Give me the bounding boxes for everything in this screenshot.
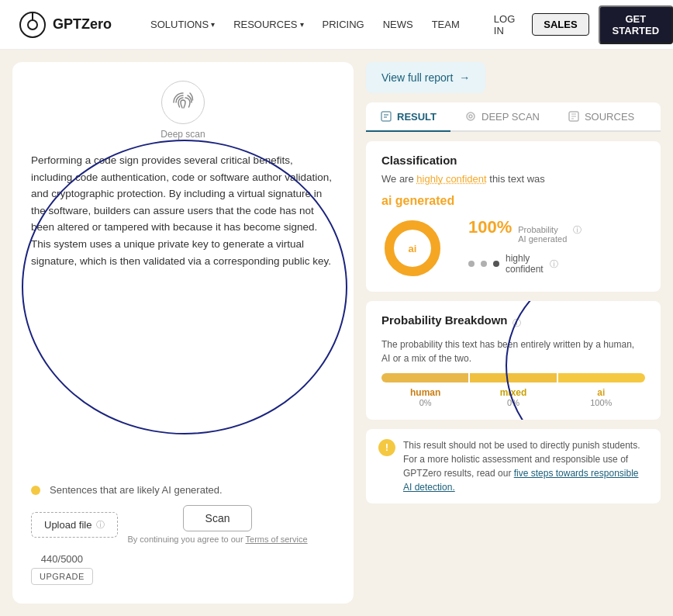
nav-news[interactable]: NEWS — [375, 12, 421, 36]
fingerprint-icon — [161, 81, 205, 124]
warning-row: ! This result should not be used to dire… — [366, 429, 661, 504]
ai-generated-label: ai generated — [381, 194, 645, 208]
warning-icon: ! — [378, 439, 395, 456]
deep-scan-tab-icon — [464, 110, 477, 123]
breakdown-bar — [381, 373, 645, 382]
nav-solutions[interactable]: SOLUTIONS ▾ — [143, 12, 223, 36]
svg-point-7 — [469, 115, 472, 118]
ai-dot — [31, 486, 40, 495]
chevron-down-icon: ▾ — [211, 20, 215, 29]
gptzero-logo-icon — [19, 11, 47, 39]
classification-card: Classification We are highly confident t… — [366, 141, 661, 292]
prob-label: Probability — [518, 225, 567, 234]
confidence-row: highlyconfident ⓘ — [468, 253, 582, 275]
bar-mixed — [470, 373, 557, 382]
warning-text: This result should not be used to direct… — [403, 438, 648, 494]
get-started-button[interactable]: GET STARTED — [599, 5, 673, 44]
log-in-link[interactable]: LOG IN — [486, 9, 523, 41]
ai-sentence-row: Sentences that are likely AI generated. — [31, 484, 335, 496]
bar-labels: human 0% mixed 0% ai 100% — [381, 387, 645, 407]
bar-label-ai: ai 100% — [557, 387, 645, 407]
breakdown-title: Probability Breakdown — [381, 313, 508, 327]
bar-label-human: human 0% — [381, 387, 469, 407]
body-text[interactable]: Performing a code sign provides several … — [31, 152, 335, 475]
dot2 — [481, 261, 487, 267]
right-panel: View full report → RESULT DEEP SCAN — [366, 62, 661, 604]
bar-ai — [558, 373, 645, 382]
char-count: 440/5000 — [41, 553, 83, 565]
deep-scan-area: Deep scan — [31, 81, 335, 140]
tab-result[interactable]: RESULT — [366, 102, 450, 132]
breakdown-description: The probability this text has been entir… — [381, 337, 645, 365]
bar-label-mixed: mixed 0% — [469, 387, 557, 407]
sales-button[interactable]: SALES — [532, 13, 588, 36]
nav-resources[interactable]: RESOURCES ▾ — [226, 12, 311, 36]
ai-sentence-label: Sentences that are likely AI generated. — [50, 484, 223, 496]
svg-point-1 — [28, 20, 37, 29]
dot3 — [493, 261, 499, 267]
bar-human — [381, 373, 468, 382]
bottom-actions: Upload file ⓘ Scan By continuing you agr… — [31, 505, 335, 585]
left-panel: Deep scan Performing a code sign provide… — [12, 62, 354, 604]
upload-file-button[interactable]: Upload file ⓘ — [31, 512, 118, 538]
confidence-info-icon[interactable]: ⓘ — [550, 258, 558, 270]
terms-link[interactable]: Terms of service — [246, 535, 308, 544]
tab-deep-scan[interactable]: DEEP SCAN — [450, 102, 554, 132]
continue-text: By continuing you agree to our Terms of … — [127, 535, 307, 544]
prob-info-icon[interactable]: ⓘ — [573, 224, 582, 236]
highly-confident-text: highly confident — [416, 173, 486, 185]
scan-button[interactable]: Scan — [183, 505, 253, 531]
svg-point-6 — [467, 112, 475, 120]
view-full-report-button[interactable]: View full report → — [366, 62, 485, 93]
nav-pricing[interactable]: PRICING — [315, 12, 372, 36]
breakdown-info-icon[interactable]: ⓘ — [513, 317, 521, 329]
svg-rect-3 — [381, 112, 391, 121]
nav-right: LOG IN SALES GET STARTED — [486, 5, 673, 44]
navbar: GPTZero SOLUTIONS ▾ RESOURCES ▾ PRICING … — [0, 0, 673, 50]
deep-scan-label: Deep scan — [160, 129, 205, 140]
donut-chart: ai — [381, 217, 443, 279]
classification-title: Classification — [381, 154, 645, 167]
confidence-label: highlyconfident — [506, 253, 544, 275]
result-tab-icon — [380, 110, 392, 123]
dot1 — [468, 261, 475, 267]
chevron-down-icon: ▾ — [300, 20, 304, 29]
tabs-row: RESULT DEEP SCAN SOURCES — [366, 102, 661, 132]
classification-intro: We are highly confident this text was — [381, 173, 645, 185]
donut-center-label: ai — [409, 243, 417, 254]
arrow-right-icon: → — [459, 71, 470, 84]
breakdown-card: Probability Breakdown ⓘ The probability … — [366, 301, 661, 420]
nav-team[interactable]: TEAM — [424, 12, 468, 36]
logo-text: GPTZero — [53, 16, 112, 33]
info-icon: ⓘ — [96, 519, 105, 531]
nav-links: SOLUTIONS ▾ RESOURCES ▾ PRICING NEWS TEA… — [143, 12, 468, 36]
ai-percent: 100% — [468, 217, 512, 237]
tab-sources[interactable]: SOURCES — [554, 102, 648, 132]
sources-tab-icon — [568, 110, 580, 123]
main-content: Deep scan Performing a code sign provide… — [0, 50, 673, 616]
logo[interactable]: GPTZero — [19, 11, 112, 39]
upgrade-button[interactable]: UPGRADE — [31, 568, 93, 585]
